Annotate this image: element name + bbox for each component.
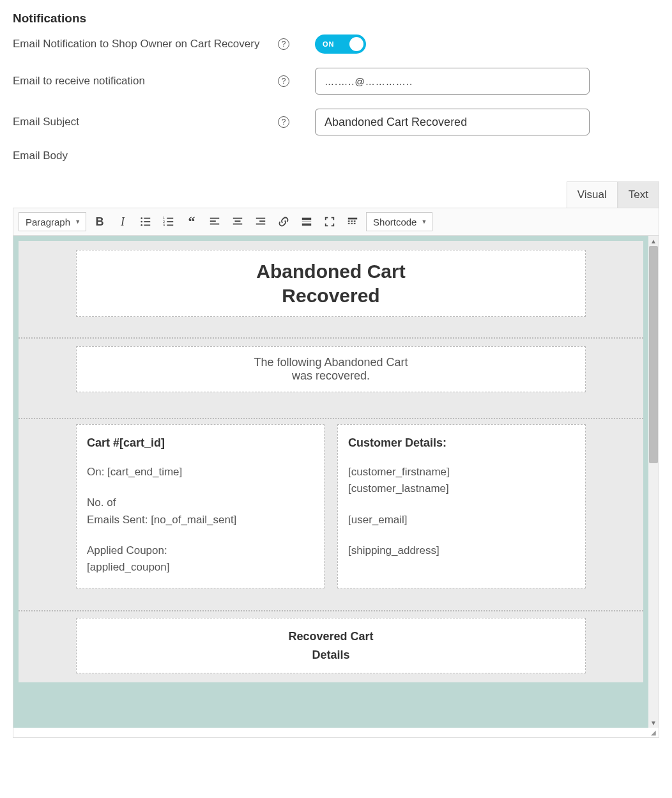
svg-rect-11 bbox=[167, 225, 173, 226]
customer-name: [customer_firstname] [customer_lastname] bbox=[348, 464, 575, 498]
svg-rect-20 bbox=[256, 224, 265, 225]
cart-emails: No. of Emails Sent: [no_of_mail_sent] bbox=[87, 495, 314, 528]
bold-button[interactable]: B bbox=[90, 212, 109, 231]
svg-text:3: 3 bbox=[163, 223, 165, 227]
email-receive-input[interactable] bbox=[315, 68, 590, 95]
scroll-thumb[interactable] bbox=[649, 246, 658, 463]
cart-header: Cart #[cart_id] bbox=[87, 436, 314, 450]
email-title-box: Abandoned Cart Recovered bbox=[76, 250, 586, 317]
align-right-button[interactable] bbox=[251, 212, 270, 231]
svg-rect-22 bbox=[302, 221, 311, 222]
align-center-button[interactable] bbox=[228, 212, 247, 231]
svg-rect-25 bbox=[348, 220, 350, 222]
svg-point-0 bbox=[141, 217, 142, 219]
svg-rect-15 bbox=[233, 218, 242, 219]
scroll-down-arrow[interactable]: ▼ bbox=[648, 717, 659, 728]
toggle-knob bbox=[349, 37, 363, 51]
email-receive-label: Email to receive notification bbox=[13, 75, 278, 88]
cart-coupon: Applied Coupon: [applied_coupon] bbox=[87, 542, 314, 576]
row-email-body: Email Body bbox=[13, 150, 659, 162]
customer-email: [user_email] bbox=[348, 512, 575, 528]
svg-point-2 bbox=[141, 221, 142, 223]
body-label: Email Body bbox=[13, 150, 278, 162]
svg-rect-23 bbox=[302, 224, 311, 226]
toggle-state-text: ON bbox=[323, 40, 335, 48]
editor-body[interactable]: Abandoned Cart Recovered The following A… bbox=[13, 236, 648, 728]
svg-rect-18 bbox=[256, 218, 265, 219]
svg-point-4 bbox=[141, 224, 142, 226]
svg-rect-14 bbox=[210, 224, 219, 225]
subject-label: Email Subject bbox=[13, 116, 278, 128]
email-notification-toggle[interactable]: ON bbox=[315, 35, 366, 54]
svg-rect-17 bbox=[233, 224, 242, 225]
svg-rect-9 bbox=[167, 221, 173, 222]
svg-rect-27 bbox=[354, 220, 356, 222]
editor-tabs: Visual Text bbox=[13, 181, 659, 208]
customer-shipping: [shipping_address] bbox=[348, 542, 575, 559]
svg-rect-12 bbox=[210, 218, 219, 219]
customer-header: Customer Details: bbox=[348, 436, 575, 450]
email-intro-box: The following Abandoned Cart was recover… bbox=[76, 346, 586, 392]
svg-rect-21 bbox=[302, 218, 311, 220]
svg-rect-3 bbox=[144, 221, 150, 222]
svg-rect-30 bbox=[354, 223, 356, 224]
fullscreen-button[interactable] bbox=[320, 212, 339, 231]
svg-rect-28 bbox=[348, 223, 350, 224]
unordered-list-button[interactable] bbox=[136, 212, 155, 231]
svg-rect-7 bbox=[167, 218, 173, 219]
recovered-cart-box: Recovered Cart Details bbox=[76, 618, 586, 674]
shortcode-dropdown[interactable]: Shortcode bbox=[366, 212, 432, 231]
help-icon[interactable]: ? bbox=[278, 75, 289, 87]
row-email-receive: Email to receive notification ? bbox=[13, 68, 659, 95]
help-icon[interactable]: ? bbox=[278, 38, 289, 50]
toggle-label: Email Notification to Shop Owner on Cart… bbox=[13, 38, 278, 50]
toolbar-toggle-button[interactable] bbox=[343, 212, 362, 231]
svg-rect-5 bbox=[144, 225, 150, 226]
editor-scroll-wrap: Abandoned Cart Recovered The following A… bbox=[13, 236, 659, 728]
row-email-subject: Email Subject ? bbox=[13, 109, 659, 135]
help-icon[interactable]: ? bbox=[278, 116, 289, 128]
svg-rect-16 bbox=[235, 220, 241, 222]
tab-text[interactable]: Text bbox=[618, 181, 659, 208]
divider bbox=[19, 610, 643, 611]
divider bbox=[19, 418, 643, 419]
svg-rect-1 bbox=[144, 218, 150, 219]
tab-visual[interactable]: Visual bbox=[567, 181, 618, 208]
svg-rect-19 bbox=[259, 220, 265, 222]
align-left-button[interactable] bbox=[205, 212, 224, 231]
scrollbar[interactable]: ▲ ▼ bbox=[648, 236, 659, 728]
row-email-toggle: Email Notification to Shop Owner on Cart… bbox=[13, 35, 659, 54]
svg-rect-24 bbox=[348, 218, 357, 220]
section-title: Notifications bbox=[13, 12, 659, 26]
customer-details-box: Customer Details: [customer_firstname] [… bbox=[337, 424, 586, 588]
editor-container: Paragraph B I 123 “ Shortcode bbox=[13, 208, 659, 738]
italic-button[interactable]: I bbox=[113, 212, 132, 231]
cart-details-box: Cart #[cart_id] On: [cart_end_time] No. … bbox=[76, 424, 325, 588]
ordered-list-button[interactable]: 123 bbox=[159, 212, 178, 231]
link-button[interactable] bbox=[274, 212, 293, 231]
svg-rect-26 bbox=[351, 220, 353, 222]
editor-toolbar: Paragraph B I 123 “ Shortcode bbox=[13, 208, 659, 236]
insert-more-button[interactable] bbox=[297, 212, 316, 231]
email-canvas: Abandoned Cart Recovered The following A… bbox=[19, 241, 643, 682]
divider bbox=[19, 337, 643, 339]
svg-rect-13 bbox=[210, 220, 216, 222]
resize-handle[interactable]: ◢ bbox=[13, 728, 659, 737]
blockquote-button[interactable]: “ bbox=[182, 212, 201, 231]
email-subject-input[interactable] bbox=[315, 109, 590, 135]
email-title: Abandoned Cart Recovered bbox=[87, 259, 575, 307]
svg-rect-29 bbox=[351, 223, 353, 224]
cart-on: On: [cart_end_time] bbox=[87, 464, 314, 480]
details-row: Cart #[cart_id] On: [cart_end_time] No. … bbox=[76, 424, 586, 588]
scroll-up-arrow[interactable]: ▲ bbox=[648, 236, 659, 246]
style-dropdown[interactable]: Paragraph bbox=[19, 212, 86, 231]
